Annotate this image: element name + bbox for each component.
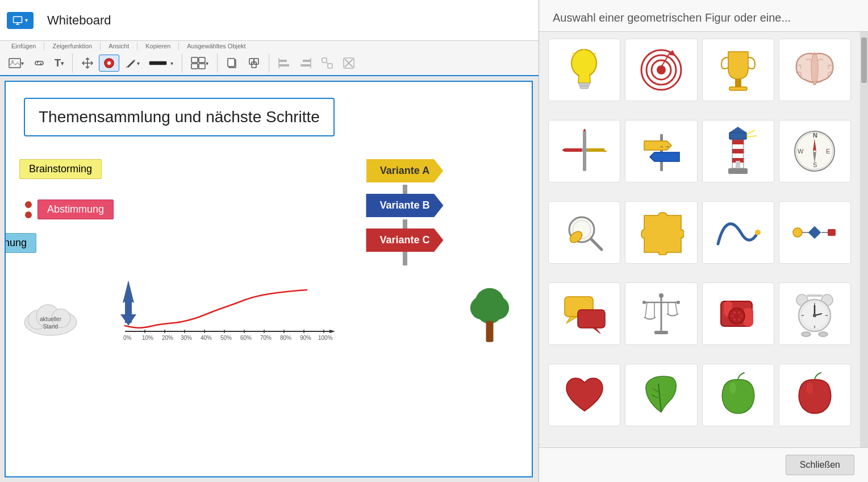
svg-rect-96 <box>732 149 744 153</box>
svg-line-131 <box>675 302 677 314</box>
svg-marker-85 <box>583 128 586 131</box>
dropdown-arrow-text: ▾ <box>61 60 64 67</box>
svg-point-144 <box>802 332 811 336</box>
icon-brain[interactable] <box>779 76 851 101</box>
svg-text:100%: 100% <box>318 335 333 341</box>
icon-apple-green[interactable] <box>702 364 774 426</box>
icon-lightbulb[interactable] <box>548 76 620 101</box>
post-bottom <box>403 252 407 265</box>
svg-marker-86 <box>604 150 607 152</box>
svg-rect-12 <box>191 64 198 69</box>
svg-point-145 <box>819 332 828 336</box>
line-button[interactable]: ▾ <box>145 55 177 72</box>
svg-point-76 <box>652 76 671 80</box>
sign-a: Variante A <box>366 159 443 182</box>
icon-magnifier[interactable] <box>548 201 620 264</box>
sign-a-label: Variante A <box>380 165 429 176</box>
svg-marker-89 <box>562 148 565 152</box>
abstimmung-label: Abstimmung <box>37 200 114 219</box>
canvas-area: Themensammlung und nächste Schritte Brai… <box>5 81 533 477</box>
icon-target[interactable] <box>625 76 697 101</box>
scrollbar-thumb[interactable] <box>861 76 867 83</box>
svg-text:30%: 30% <box>181 335 192 341</box>
icon-lighthouse[interactable] <box>702 120 774 182</box>
copy2-icon <box>248 57 260 69</box>
svg-text:E: E <box>826 148 830 155</box>
puzzle-svg <box>639 210 684 255</box>
icon-speech-bubbles[interactable] <box>548 282 620 345</box>
svg-marker-123 <box>566 317 578 323</box>
icon-apple-red[interactable] <box>779 364 851 426</box>
brainstorming-label: Brainstorming <box>19 159 102 179</box>
icon-leaf[interactable] <box>625 364 697 426</box>
obj4-button[interactable] <box>339 55 359 72</box>
move-icon <box>81 57 94 69</box>
svg-rect-22 <box>303 60 311 62</box>
svg-text:Stand: Stand <box>43 323 58 330</box>
svg-rect-88 <box>587 148 604 152</box>
process-svg <box>792 221 837 244</box>
close-button[interactable]: Schließen <box>786 455 854 475</box>
svg-rect-67 <box>486 321 494 342</box>
pen-button[interactable]: ▾ <box>120 55 144 72</box>
sep-2 <box>182 53 182 73</box>
copy2-button[interactable] <box>244 55 264 72</box>
planung-item: Planung <box>19 228 246 253</box>
icon-heart[interactable] <box>548 364 620 426</box>
obj3-button[interactable] <box>317 55 337 72</box>
trophy-svg <box>717 76 760 94</box>
magnifier-svg <box>562 210 607 255</box>
icon-telephone[interactable] <box>702 282 774 345</box>
obj4-icon <box>343 57 355 69</box>
app-icon-button[interactable]: ▾ <box>7 12 34 29</box>
insert-link-button[interactable] <box>29 55 49 72</box>
sep-4 <box>269 53 269 73</box>
move-button[interactable] <box>77 55 98 72</box>
telephone-svg <box>715 291 761 336</box>
post-ab <box>403 185 407 194</box>
icon-wave[interactable] <box>702 201 774 264</box>
obj1-icon <box>278 57 290 69</box>
icon-signpost[interactable]: →→ <box>625 120 697 182</box>
svg-rect-124 <box>578 310 605 328</box>
svg-text:S: S <box>813 161 817 168</box>
icon-process[interactable] <box>779 201 851 264</box>
signs-column: Variante A Variante B Variante C <box>291 159 518 265</box>
brainstorming-item: Brainstorming <box>19 159 246 188</box>
icon-puzzle[interactable] <box>625 201 697 264</box>
scrollbar[interactable] <box>860 76 868 447</box>
svg-rect-11 <box>199 57 205 63</box>
label-objekt: Ausgewähltes Objekt <box>180 43 252 49</box>
obj2-button[interactable] <box>295 55 316 72</box>
svg-rect-80 <box>735 79 741 87</box>
svg-point-74 <box>641 76 681 90</box>
pointer-button[interactable] <box>99 55 119 72</box>
view-button[interactable]: ▾ <box>187 55 212 72</box>
svg-text:10%: 10% <box>142 335 153 341</box>
tree-shape <box>461 279 518 350</box>
icon-trophy[interactable] <box>702 76 774 101</box>
label-einfuegen: Einfügen <box>5 43 43 49</box>
svg-rect-101 <box>736 161 740 168</box>
svg-rect-87 <box>565 148 582 152</box>
copy1-button[interactable] <box>222 55 243 72</box>
svg-point-141 <box>738 318 741 321</box>
svg-rect-132 <box>654 331 668 334</box>
cloud-svg: aktueller Stand <box>19 294 82 340</box>
svg-point-138 <box>733 311 736 314</box>
heart-svg <box>562 374 607 417</box>
obj1-button[interactable] <box>274 55 294 72</box>
canvas-title: Themensammlung und nächste Schritte <box>39 108 320 126</box>
icon-crossroads[interactable] <box>548 120 620 182</box>
icon-scales[interactable] <box>625 282 697 345</box>
icon-alarm-clock[interactable] <box>779 282 851 345</box>
insert-image-button[interactable]: ▾ <box>5 55 28 72</box>
svg-line-113 <box>591 239 602 250</box>
svg-rect-10 <box>191 57 198 63</box>
label-ansicht: Ansicht <box>102 43 136 49</box>
copy1-icon <box>226 57 239 69</box>
icon-compass[interactable]: N E S W <box>779 120 851 182</box>
dots <box>25 201 32 218</box>
title-box: Themensammlung und nächste Schritte <box>24 98 335 136</box>
insert-text-button[interactable]: T ▾ <box>51 55 68 72</box>
